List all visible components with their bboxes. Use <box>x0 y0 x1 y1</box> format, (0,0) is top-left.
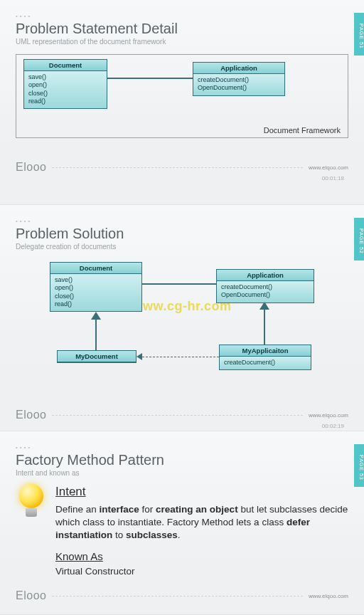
slide-title: Problem Solution <box>16 226 348 241</box>
intent-text-block: Intent Define an interface for creating … <box>55 484 348 578</box>
slide-problem-statement: PAGE 51 •••• Problem Statement Detail UM… <box>0 0 364 205</box>
uml-class-title: Document <box>24 60 107 71</box>
brand-logo: Elooo <box>16 409 46 421</box>
uml-method: OpenDocument() <box>198 84 280 92</box>
footer-rule <box>52 596 303 596</box>
slide-problem-solution: PAGE 52 •••• Problem Solution Delegate c… <box>0 205 364 431</box>
brand-logo: Elooo <box>16 161 46 174</box>
uml-class-myapplication: MyApplicaiton createDocument() <box>219 345 311 370</box>
footer-url: www.elqoo.com <box>309 412 348 419</box>
brand-logo: Elooo <box>16 589 46 602</box>
uml-dependency-arrow <box>136 353 142 360</box>
uml-class-title: MyApplicaiton <box>220 345 311 357</box>
uml-class-application: Application createDocument() OpenDocumen… <box>193 62 285 96</box>
text: Define an <box>55 504 100 515</box>
page-tab: PAGE 52 <box>354 218 364 261</box>
uml-method: createDocument() <box>224 359 306 367</box>
text-bold: interface <box>100 504 139 515</box>
uml-generalization-arrow <box>259 302 269 310</box>
slide-footer: Elooo www.elqoo.com <box>16 406 348 421</box>
slide-subtitle: Delegate creation of documents <box>16 243 348 251</box>
timestamp: 00:02:19 <box>16 421 348 429</box>
footer-url: www.elqoo.com <box>309 164 348 171</box>
page-tab: PAGE 51 <box>354 13 364 56</box>
document-framework-frame: Document save() open() close() read() Ap… <box>16 54 348 138</box>
uml-class-methods: createDocument() OpenDocument() <box>193 74 284 95</box>
decor-dots: •••• <box>16 218 348 224</box>
text: to <box>112 530 126 540</box>
decor-dots: •••• <box>16 444 348 451</box>
uml-method: save() <box>28 73 102 81</box>
uml-method: createDocument() <box>221 283 309 291</box>
known-as-text: Virtual Constructor <box>55 565 348 578</box>
decor-dots: •••• <box>16 13 348 19</box>
slide-title: Factory Method Pattern <box>16 452 348 468</box>
text-bold: creating an object <box>156 504 238 515</box>
intent-body: Define an interface for creating an obje… <box>55 503 348 542</box>
intent-heading: Intent <box>55 484 348 500</box>
uml-class-methods: createDocument() <box>220 357 311 369</box>
uml-method: save() <box>55 276 137 284</box>
intent-row: Intent Define an interface for creating … <box>16 484 348 578</box>
slide-subtitle: Intent and known as <box>16 469 348 477</box>
uml-method: open() <box>28 81 102 89</box>
uml-class-document: Document save() open() close() read() <box>50 262 142 312</box>
slide-title: Problem Statement Detail <box>16 21 348 36</box>
text: for <box>139 504 156 515</box>
text-bold: subclasses <box>126 530 178 540</box>
text: . <box>178 530 181 540</box>
uml-method: open() <box>55 284 137 292</box>
uml-class-methods: createDocument() OpenDocument() <box>217 281 314 303</box>
frame-label: Document Framework <box>264 126 341 135</box>
slide-subtitle: UML representation of the document frame… <box>16 38 348 46</box>
slide-footer: Elooo www.elqoo.com <box>16 158 348 174</box>
uml-generalization-arrow <box>91 312 101 320</box>
uml-method: read() <box>28 98 102 105</box>
slide-footer: Elooo www.elqoo.com <box>16 587 348 602</box>
uml-dependency-line <box>142 357 219 357</box>
footer-rule <box>52 415 303 416</box>
uml-class-title: Application <box>193 63 284 74</box>
uml-method: OpenDocument() <box>221 291 309 299</box>
known-as-heading: Known As <box>55 550 348 564</box>
uml-class-mydocument: MyDocument <box>57 350 136 363</box>
uml-class-title: Application <box>217 270 314 281</box>
uml-generalization-line <box>264 310 265 345</box>
uml-method: read() <box>55 300 137 308</box>
uml-class-application: Application createDocument() OpenDocumen… <box>216 269 314 303</box>
uml-diagram: www.cg-hr.com Document save() open() clo… <box>16 258 348 386</box>
uml-association-line <box>107 78 193 79</box>
uml-class-methods: save() open() close() read() <box>24 71 107 108</box>
uml-method: createDocument() <box>198 76 280 84</box>
slide-factory-method: PAGE 53 •••• Factory Method Pattern Inte… <box>0 431 364 615</box>
uml-class-title: MyDocument <box>58 351 136 362</box>
uml-method: close() <box>28 90 102 98</box>
uml-class-methods: save() open() close() read() <box>50 274 141 311</box>
uml-method: close() <box>55 293 137 300</box>
uml-generalization-line <box>95 320 97 350</box>
footer-rule <box>52 167 303 168</box>
lightbulb-icon <box>16 484 47 524</box>
footer-url: www.elqoo.com <box>309 593 348 599</box>
uml-class-title: Document <box>50 263 141 274</box>
page-tab: PAGE 53 <box>354 444 364 487</box>
timestamp: 00:01:18 <box>16 174 348 182</box>
uml-association-line <box>142 283 216 285</box>
uml-class-document: Document save() open() close() read() <box>23 59 107 109</box>
